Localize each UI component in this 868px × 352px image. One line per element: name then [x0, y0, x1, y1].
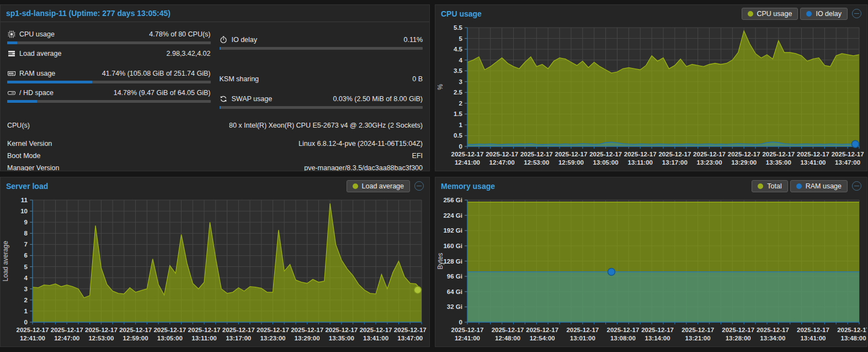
cpu-usage-row: CPU usage 4.78% of 80 CPU(s)	[7, 28, 211, 41]
svg-text:12:53:00: 12:53:00	[88, 335, 114, 342]
swap-usage-label: SWAP usage	[232, 95, 329, 103]
boot-mode-label: Boot Mode	[7, 152, 412, 160]
svg-text:2025-12-17: 2025-12-17	[85, 327, 118, 333]
svg-text:2025-12-17: 2025-12-17	[17, 327, 49, 333]
server-load-chart[interactable]: 01234567891011Load average2025-12-1712:4…	[1, 195, 429, 346]
svg-text:13:47:00: 13:47:00	[397, 335, 423, 342]
svg-text:6: 6	[24, 252, 28, 259]
hd-space-progressbar	[7, 100, 211, 103]
io-delay-icon	[220, 36, 228, 44]
memory-usage-panel: Memory usage TotalRAM usage 032 Gi64 Gi9…	[435, 177, 867, 347]
svg-text:1: 1	[24, 308, 28, 314]
cpu-usage-label: CPU usage	[19, 30, 145, 38]
svg-text:2: 2	[24, 297, 28, 303]
svg-text:0: 0	[459, 143, 462, 150]
svg-text:2: 2	[459, 100, 462, 107]
svg-text:4: 4	[459, 57, 463, 64]
cpus-row: CPU(s) 80 x Intel(R) Xeon(R) CPU E5-2673…	[7, 119, 423, 132]
svg-text:2025-12-17: 2025-12-17	[153, 327, 186, 333]
svg-text:2025-12-17: 2025-12-17	[757, 327, 789, 333]
svg-text:Bytes: Bytes	[436, 253, 444, 269]
svg-text:4.5: 4.5	[454, 46, 463, 52]
svg-text:13:35:00: 13:35:00	[329, 335, 354, 342]
svg-text:128 Gi: 128 Gi	[443, 258, 462, 265]
svg-text:13:21:00: 13:21:00	[685, 335, 711, 342]
svg-text:13:08:00: 13:08:00	[610, 335, 636, 342]
svg-text:13:29:00: 13:29:00	[731, 159, 757, 166]
svg-text:12:59:00: 12:59:00	[558, 159, 584, 166]
memory-chart-svg[interactable]: 032 Gi64 Gi96 Gi128 Gi160 Gi192 Gi224 Gi…	[435, 195, 867, 346]
cpu-chart-svg[interactable]: 00.511.522.533.544.555.5%2025-12-1712:41…	[435, 22, 867, 171]
svg-text:12:41:00: 12:41:00	[455, 159, 480, 166]
collapse-panel-button[interactable]	[414, 181, 424, 191]
collapse-panel-button[interactable]	[852, 181, 861, 191]
svg-text:256 Gi: 256 Gi	[443, 197, 462, 203]
svg-text:2025-12-17: 2025-12-17	[624, 151, 657, 157]
ram-usage-value: 41.74% (105.08 GiB of 251.74 GiB)	[102, 70, 211, 77]
node-status-panel: sp1-sd-lansip-11 (Uptime: 277 days 13:05…	[0, 4, 430, 171]
svg-text:2025-12-17: 2025-12-17	[257, 327, 289, 333]
legend-dot	[758, 183, 763, 189]
svg-text:13:47:00: 13:47:00	[835, 159, 860, 166]
svg-text:7: 7	[24, 241, 28, 248]
swap-usage-progressbar	[220, 106, 423, 109]
swap-icon	[220, 95, 228, 103]
svg-text:12:47:00: 12:47:00	[489, 159, 515, 166]
manager-version-row: Manager Version pve-manager/8.3.5/dac3aa…	[7, 162, 423, 171]
legend-item-ram-usage[interactable]: RAM usage	[790, 180, 848, 192]
load-chart-svg[interactable]: 01234567891011Load average2025-12-1712:4…	[1, 195, 429, 346]
svg-text:12:41:00: 12:41:00	[20, 335, 45, 342]
legend-item-load-average[interactable]: Load average	[347, 180, 410, 192]
cpus-value: 80 x Intel(R) Xeon(R) CPU E5-2673 v4 @ 2…	[229, 122, 423, 129]
svg-text:13:17:00: 13:17:00	[662, 159, 688, 166]
legend-item-total[interactable]: Total	[752, 180, 787, 192]
collapse-panel-button[interactable]	[852, 9, 861, 18]
svg-text:13:41:00: 13:41:00	[800, 335, 826, 342]
svg-text:2025-12-17: 2025-12-17	[492, 327, 524, 333]
ksm-sharing-row: KSM sharing 0 B	[220, 72, 423, 86]
ram-usage-row: RAM usage 41.74% (105.08 GiB of 251.74 G…	[7, 67, 211, 80]
svg-text:192 Gi: 192 Gi	[443, 227, 462, 234]
legend-item-cpu-usage[interactable]: CPU usage	[742, 8, 798, 20]
svg-text:11: 11	[21, 197, 28, 203]
svg-text:13:05:00: 13:05:00	[157, 335, 183, 342]
cpu-usage-chart[interactable]: 00.511.522.533.544.555.5%2025-12-1712:41…	[435, 22, 867, 171]
legend-item-io-delay[interactable]: IO delay	[800, 8, 848, 20]
cpu-usage-legend: CPU usageIO delay	[742, 8, 848, 20]
svg-text:13:23:00: 13:23:00	[260, 335, 285, 342]
svg-text:3.5: 3.5	[454, 67, 463, 74]
svg-text:32 Gi: 32 Gi	[447, 303, 462, 310]
svg-text:2025-12-17: 2025-12-17	[606, 327, 639, 333]
svg-text:13:29:00: 13:29:00	[295, 335, 320, 342]
io-delay-row: IO delay 0.11%	[220, 33, 423, 46]
svg-text:13:17:00: 13:17:00	[226, 335, 251, 342]
svg-text:1.5: 1.5	[454, 111, 463, 117]
cpu-usage-chart-title: CPU usage	[441, 9, 482, 18]
memory-usage-legend: TotalRAM usage	[752, 180, 848, 192]
manager-version-label: Manager Version	[7, 164, 304, 171]
svg-text:8: 8	[24, 230, 28, 237]
node-info-rows: CPU(s) 80 x Intel(R) Xeon(R) CPU E5-2673…	[7, 119, 423, 171]
svg-text:2025-12-17: 2025-12-17	[526, 327, 558, 333]
svg-text:13:41:00: 13:41:00	[363, 335, 388, 342]
node-status-body: CPU usage 4.78% of 80 CPU(s) Load averag…	[1, 22, 429, 171]
memory-usage-chart[interactable]: 032 Gi64 Gi96 Gi128 Gi160 Gi192 Gi224 Gi…	[435, 195, 867, 346]
legend-dot	[353, 183, 358, 189]
legend-dot	[806, 11, 812, 17]
svg-text:4: 4	[24, 275, 28, 281]
memory-usage-chart-header: Memory usage TotalRAM usage	[435, 177, 867, 195]
swap-usage-value: 0.03% (2.50 MiB of 8.00 GiB)	[333, 95, 423, 103]
hdd-icon	[7, 89, 15, 97]
svg-text:5: 5	[24, 264, 28, 270]
svg-text:%: %	[436, 84, 444, 90]
svg-text:5.5: 5.5	[454, 24, 463, 31]
ksm-sharing-value: 0 B	[412, 75, 423, 83]
svg-text:13:11:00: 13:11:00	[191, 335, 216, 342]
svg-text:2025-12-17: 2025-12-17	[641, 327, 674, 333]
svg-text:1: 1	[459, 122, 463, 128]
node-title: sp1-sd-lansip-11 (Uptime: 277 days 13:05…	[6, 9, 171, 18]
svg-text:12:59:00: 12:59:00	[123, 335, 148, 342]
io-delay-progressbar	[220, 47, 423, 50]
svg-text:2025-12-17: 2025-12-17	[832, 151, 864, 157]
svg-text:3: 3	[24, 286, 28, 292]
